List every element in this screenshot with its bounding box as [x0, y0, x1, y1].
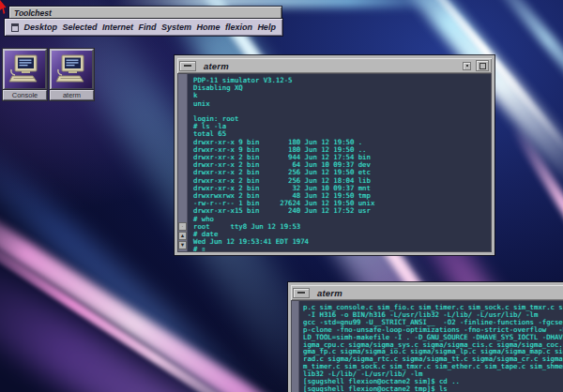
aterm-window-main: aterm · ▲ ▼ PDP-11 simulator V3.12-5 Dis… [175, 55, 495, 255]
bottom-terminal-output[interactable]: p.c sim_console.c sim_fio.c sim_timer.c … [299, 301, 563, 392]
main-titlebar[interactable]: aterm [177, 58, 492, 73]
menu-item-home[interactable]: Home [196, 23, 220, 32]
main-terminal-output[interactable]: PDP-11 simulator V3.12-5 Disabling XQ k … [188, 74, 491, 251]
aterm-window-bottom: aterm p.c sim_console.c sim_fio.c sim_ti… [288, 282, 563, 392]
light-beam [483, 0, 563, 131]
toolchest-titlebar[interactable]: Toolchest [9, 7, 282, 19]
menu-item-system[interactable]: System [161, 23, 191, 32]
toolchest-title: Toolchest [14, 8, 52, 18]
menu-item-selected[interactable]: Selected [62, 23, 97, 32]
main-scrollbar[interactable]: · ▲ ▼ [178, 74, 188, 251]
bottom-scrollbar[interactable] [292, 301, 299, 392]
minimize-button[interactable] [463, 62, 471, 70]
terminal-computer-icon [8, 54, 43, 84]
console-icon-label[interactable]: Console [3, 90, 47, 100]
menu-item-internet[interactable]: Internet [102, 23, 133, 32]
scrollbar-handle-button[interactable]: · [178, 222, 187, 231]
bottom-terminal-area: p.c sim_console.c sim_fio.c sim_timer.c … [291, 300, 563, 392]
menu-item-find[interactable]: Find [138, 23, 156, 32]
bottom-window-title: aterm [317, 288, 563, 298]
toolchest-menubar: Desktop Selected Internet Find System Ho… [5, 19, 282, 36]
window-menu-icon[interactable] [11, 23, 19, 32]
minimize-icon [297, 292, 305, 294]
scroll-down-button[interactable]: ▼ [178, 241, 187, 249]
dot-icon [466, 65, 468, 67]
bottom-titlebar[interactable]: aterm [291, 285, 563, 300]
console-desktop-icon[interactable] [3, 49, 47, 90]
window-menu-button[interactable] [293, 288, 310, 298]
aterm-icon-label[interactable]: aterm [50, 90, 94, 100]
square-icon [479, 63, 486, 69]
main-terminal-area: · ▲ ▼ PDP-11 simulator V3.12-5 Disabling… [177, 73, 492, 252]
aterm-desktop-icon[interactable] [50, 49, 94, 90]
scroll-up-button[interactable]: ▲ [178, 232, 187, 240]
menu-item-desktop[interactable]: Desktop [23, 23, 57, 32]
desktop: Toolchest Desktop Selected Internet Find… [0, 0, 563, 392]
maximize-button[interactable] [476, 60, 489, 71]
menu-item-help[interactable]: Help [257, 23, 276, 32]
menu-item-flexion[interactable]: flexion [225, 23, 252, 32]
main-window-title: aterm [204, 61, 463, 71]
minimize-icon [184, 65, 191, 67]
window-menu-button[interactable] [179, 61, 196, 71]
terminal-computer-icon [54, 54, 90, 84]
